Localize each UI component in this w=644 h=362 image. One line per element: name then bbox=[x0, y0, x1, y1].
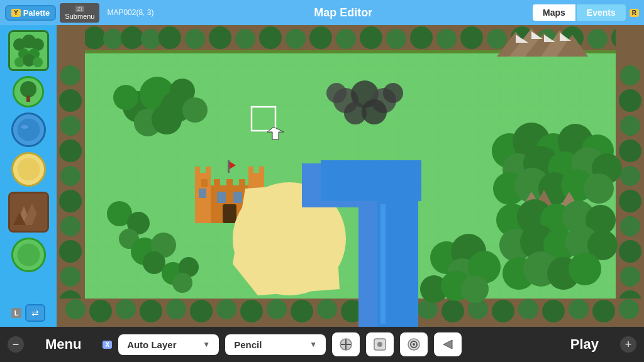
svg-point-79 bbox=[116, 299, 136, 319]
svg-point-56 bbox=[59, 89, 82, 112]
svg-point-68 bbox=[620, 116, 640, 136]
svg-point-95 bbox=[518, 299, 538, 319]
zoom-out-button[interactable]: − bbox=[8, 336, 24, 353]
svg-point-82 bbox=[190, 300, 213, 322]
svg-rect-185 bbox=[380, 204, 386, 324]
svg-point-70 bbox=[620, 166, 640, 186]
palette-button[interactable]: Y Palette bbox=[5, 5, 56, 21]
svg-point-37 bbox=[209, 26, 231, 49]
palette-label: Palette bbox=[23, 8, 50, 18]
svg-point-8 bbox=[33, 57, 43, 67]
svg-point-155 bbox=[569, 253, 601, 285]
svg-point-14 bbox=[21, 125, 28, 129]
svg-point-211 bbox=[413, 343, 415, 346]
svg-point-46 bbox=[436, 29, 457, 49]
svg-rect-172 bbox=[228, 160, 230, 173]
svg-point-31 bbox=[83, 26, 106, 49]
tool-button-1[interactable] bbox=[332, 332, 360, 356]
svg-point-83 bbox=[216, 299, 236, 319]
svg-point-59 bbox=[60, 166, 80, 186]
svg-rect-161 bbox=[248, 167, 253, 174]
svg-point-55 bbox=[60, 65, 80, 85]
svg-point-99 bbox=[619, 299, 639, 319]
r-badge: R bbox=[630, 9, 639, 17]
svg-point-63 bbox=[60, 266, 80, 287]
svg-point-97 bbox=[569, 299, 589, 319]
svg-point-92 bbox=[441, 300, 464, 322]
maps-button[interactable]: Maps bbox=[533, 4, 575, 21]
svg-point-194 bbox=[172, 273, 192, 293]
auto-layer-dropdown[interactable]: Auto Layer ▼ bbox=[118, 334, 219, 355]
svg-point-67 bbox=[619, 89, 641, 112]
svg-point-61 bbox=[60, 216, 80, 236]
submenu-zl-badge: Zt bbox=[75, 6, 84, 12]
svg-rect-167 bbox=[199, 189, 206, 198]
submenu-label: Submenu bbox=[65, 13, 94, 20]
palette-tile-1[interactable] bbox=[8, 30, 49, 71]
left-sidebar: L ⇄ bbox=[0, 25, 57, 327]
svg-point-23 bbox=[17, 244, 40, 266]
svg-rect-166 bbox=[239, 179, 245, 187]
palette-tile-5[interactable] bbox=[8, 192, 49, 233]
submenu-button[interactable]: Zt Submenu bbox=[60, 3, 99, 23]
svg-point-48 bbox=[487, 29, 507, 49]
svg-point-13 bbox=[17, 119, 40, 141]
top-bar-left: Y Palette Zt Submenu MAP002(8, 3) bbox=[0, 3, 153, 23]
palette-tile-2[interactable] bbox=[13, 76, 44, 107]
svg-point-39 bbox=[259, 26, 282, 49]
svg-point-34 bbox=[141, 29, 161, 49]
map-area[interactable] bbox=[57, 25, 644, 327]
pencil-chevron: ▼ bbox=[309, 340, 317, 349]
svg-point-41 bbox=[309, 26, 332, 49]
svg-point-96 bbox=[542, 300, 565, 322]
svg-point-208 bbox=[377, 342, 382, 347]
svg-point-113 bbox=[326, 83, 347, 103]
app-title: Map Editor bbox=[153, 6, 533, 19]
y-badge: Y bbox=[11, 9, 21, 17]
svg-point-62 bbox=[59, 240, 82, 263]
pencil-dropdown[interactable]: Pencil ▼ bbox=[225, 334, 326, 355]
top-bar-right: Maps Events R bbox=[533, 4, 644, 21]
top-bar: Y Palette Zt Submenu MAP002(8, 3) Map Ed… bbox=[0, 0, 644, 25]
svg-rect-162 bbox=[259, 167, 264, 174]
svg-point-10 bbox=[20, 81, 36, 97]
l-badge: L bbox=[11, 308, 22, 318]
tool-button-2[interactable] bbox=[366, 332, 394, 356]
palette-tile-4[interactable] bbox=[11, 152, 46, 187]
palette-tile-3[interactable] bbox=[11, 112, 46, 147]
svg-rect-159 bbox=[195, 167, 200, 174]
svg-point-107 bbox=[182, 97, 208, 123]
map-coordinates: MAP002(8, 3) bbox=[107, 8, 153, 17]
tool-button-3[interactable] bbox=[400, 332, 428, 356]
play-button[interactable]: Play bbox=[555, 331, 614, 358]
svg-point-138 bbox=[584, 173, 614, 204]
svg-point-69 bbox=[619, 140, 641, 162]
svg-point-77 bbox=[65, 299, 86, 319]
svg-point-33 bbox=[121, 26, 143, 49]
svg-rect-164 bbox=[214, 179, 220, 187]
events-button[interactable]: Events bbox=[577, 4, 626, 21]
svg-point-105 bbox=[113, 85, 138, 110]
map-canvas bbox=[57, 25, 644, 327]
svg-point-60 bbox=[59, 190, 82, 212]
layer-switch-button[interactable]: ⇄ bbox=[25, 304, 45, 322]
svg-point-58 bbox=[59, 140, 82, 162]
tool-button-4[interactable] bbox=[434, 332, 462, 356]
svg-point-71 bbox=[619, 190, 641, 212]
zoom-in-button[interactable]: + bbox=[620, 336, 636, 353]
svg-point-45 bbox=[410, 26, 433, 49]
svg-point-114 bbox=[383, 83, 403, 103]
svg-rect-182 bbox=[321, 160, 421, 201]
menu-button[interactable]: Menu bbox=[30, 331, 96, 358]
svg-rect-165 bbox=[226, 179, 233, 187]
palette-tile-6[interactable] bbox=[11, 238, 46, 272]
svg-point-112 bbox=[362, 99, 387, 124]
svg-point-35 bbox=[158, 26, 181, 49]
svg-rect-169 bbox=[217, 192, 226, 203]
auto-layer-label: Auto Layer bbox=[127, 339, 176, 350]
svg-point-40 bbox=[286, 29, 306, 49]
svg-point-86 bbox=[291, 300, 313, 322]
svg-point-84 bbox=[240, 300, 263, 322]
x-badge: X bbox=[103, 341, 112, 349]
svg-rect-163 bbox=[201, 179, 208, 187]
